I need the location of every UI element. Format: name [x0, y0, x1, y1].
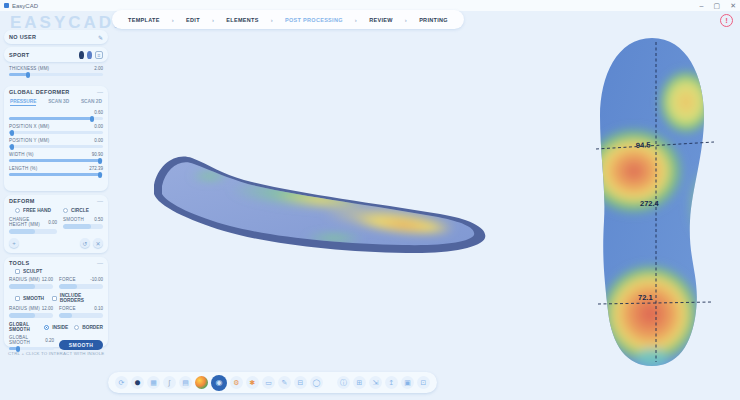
change-height-value: 0.00 [48, 220, 57, 225]
scale-value: 0.60 [94, 110, 103, 115]
collapse-icon[interactable]: — [97, 89, 103, 95]
menu-elements[interactable]: ELEMENTS [226, 17, 258, 23]
width-control: WIDTH (%)90.90 [9, 152, 103, 162]
include-borders-option[interactable]: INCLUDE BORDERS [52, 293, 103, 303]
reset-view-icon[interactable]: ⟳ [115, 376, 128, 389]
foot-profile-icon[interactable]: ∫ [163, 376, 176, 389]
bone-tool-icon[interactable]: ✱ [246, 376, 259, 389]
deform-title: DEFORM [9, 198, 35, 204]
position-y-value: 0.00 [94, 138, 103, 143]
sphere-outline-icon[interactable]: ◯ [310, 376, 323, 389]
width-slider[interactable] [9, 159, 103, 162]
position-x-value: 0.00 [94, 124, 103, 129]
scale-slider[interactable] [9, 117, 103, 120]
globe-view-icon[interactable]: ◉ [211, 375, 227, 391]
user-label: NO USER [9, 34, 36, 40]
left-foot-icon[interactable] [79, 51, 84, 59]
menu-template[interactable]: TEMPLATE [128, 17, 160, 23]
close-button[interactable]: ✕ [730, 2, 736, 10]
export-icon[interactable]: ⇲ [369, 376, 382, 389]
change-height-slider[interactable] [9, 229, 57, 234]
sculpt-tool-icon[interactable]: ⚙ [230, 376, 243, 389]
circle-option[interactable]: CIRCLE [63, 208, 89, 213]
scan-grid-icon[interactable]: ▦ [147, 376, 160, 389]
width-value: 90.90 [92, 152, 103, 157]
deform-smooth-slider[interactable] [63, 224, 103, 229]
change-height-control: CHANGE HEIGHT (MM)0.00 [9, 217, 57, 234]
menu-post-processing[interactable]: POST PROCESSING [285, 17, 343, 23]
main-menu: TEMPLATE › EDIT › ELEMENTS › POST PROCES… [112, 10, 464, 29]
inside-option[interactable]: INSIDE [44, 325, 68, 330]
global-deformer-card: GLOBAL DEFORMER — PRESSURE SCAN 3D SCAN … [4, 86, 108, 191]
menu-review[interactable]: REVIEW [369, 17, 393, 23]
info-icon[interactable]: ⓘ [337, 376, 350, 389]
pressure-sphere-icon[interactable]: ● [195, 376, 208, 389]
tab-pressure[interactable]: PRESSURE [10, 99, 36, 106]
radio-icon[interactable] [63, 208, 68, 213]
minimize-button[interactable]: – [700, 2, 704, 9]
smooth-button[interactable]: SMOOTH [59, 340, 103, 350]
tab-scan-3d[interactable]: SCAN 3D [48, 99, 69, 106]
chevron-right-icon: › [212, 17, 214, 23]
checkbox-icon[interactable] [15, 269, 20, 274]
tab-scan-2d[interactable]: SCAN 2D [81, 99, 102, 106]
border-option[interactable]: BORDER [74, 325, 103, 330]
user-card[interactable]: NO USER ✎ [4, 30, 108, 44]
chevron-right-icon: › [271, 17, 273, 23]
width-measure-label: 94.5 [636, 140, 651, 150]
position-y-slider[interactable] [9, 145, 103, 148]
smooth-radius-slider[interactable] [9, 313, 53, 318]
insole-icon[interactable]: ⬤ [131, 376, 144, 389]
sculpt-radius-slider[interactable] [9, 284, 53, 289]
hint-text: CTRL + CLICK TO INTERACT WITH INSOLE [8, 351, 104, 356]
length-measure-label: 272.4 [640, 199, 660, 208]
freehand-option[interactable]: FREE HAND [15, 208, 51, 213]
position-x-slider[interactable] [9, 131, 103, 134]
save-icon[interactable]: ▣ [401, 376, 414, 389]
smooth-option[interactable]: SMOOTH [15, 293, 44, 303]
radio-icon[interactable] [44, 325, 49, 330]
preset-card[interactable]: SPORT ≡ [4, 47, 108, 62]
right-foot-icon[interactable] [87, 51, 92, 59]
measure-pen-icon[interactable]: ✎ [278, 376, 291, 389]
undo-icon[interactable]: ↺ [80, 238, 90, 248]
print-preview-icon[interactable]: ⊟ [294, 376, 307, 389]
length-control: LENGTH (%)272.39 [9, 166, 103, 176]
global-smooth-slider[interactable] [9, 347, 54, 350]
pressure-map-view[interactable]: 94.5 272.4 72.1 [592, 36, 716, 368]
components-icon[interactable]: ⊞ [353, 376, 366, 389]
smooth-force-slider[interactable] [59, 313, 103, 318]
global-smooth-label: GLOBAL SMOOTH [9, 322, 38, 332]
sculpt-option[interactable]: SCULPT [15, 269, 103, 274]
length-slider[interactable] [9, 173, 103, 176]
alert-button[interactable]: ! [720, 14, 733, 27]
checkbox-icon[interactable] [15, 296, 20, 301]
length-value: 272.39 [89, 166, 103, 171]
upload-icon[interactable]: ↥ [385, 376, 398, 389]
collapse-icon[interactable]: — [97, 260, 103, 266]
edit-user-icon[interactable]: ✎ [98, 34, 103, 41]
delete-icon[interactable]: ✕ [93, 238, 103, 248]
menu-edit[interactable]: EDIT [186, 17, 200, 23]
preset-list-icon[interactable]: ≡ [95, 51, 103, 59]
radio-icon[interactable] [74, 325, 79, 330]
open-folder-icon[interactable]: ⊡ [417, 376, 430, 389]
chevron-right-icon: › [172, 17, 174, 23]
monitor-icon[interactable]: ▭ [262, 376, 275, 389]
sculpt-force-control: FORCE-10.00 [59, 277, 103, 289]
insole-3d-view[interactable] [148, 138, 496, 266]
radio-icon[interactable] [15, 208, 20, 213]
menu-printing[interactable]: PRINTING [419, 17, 448, 23]
sculpt-force-slider[interactable] [59, 284, 103, 289]
checkbox-icon[interactable] [52, 296, 57, 301]
thickness-control: THICKNESS (MM) 2.00 [9, 66, 103, 76]
global-deformer-title: GLOBAL DEFORMER [9, 89, 70, 95]
deform-card: DEFORM — FREE HAND CIRCLE CHANGE HEIGHT … [4, 195, 108, 253]
thickness-slider[interactable] [9, 73, 103, 76]
tools-card: TOOLS — SCULPT RADIUS (MM)12.00 FORCE-10… [4, 257, 108, 347]
add-deform-button[interactable]: + [9, 238, 19, 248]
maximize-button[interactable]: ▢ [714, 2, 721, 10]
collapse-icon[interactable]: — [97, 198, 103, 204]
chevron-right-icon: › [355, 17, 357, 23]
layers-icon[interactable]: ▤ [179, 376, 192, 389]
